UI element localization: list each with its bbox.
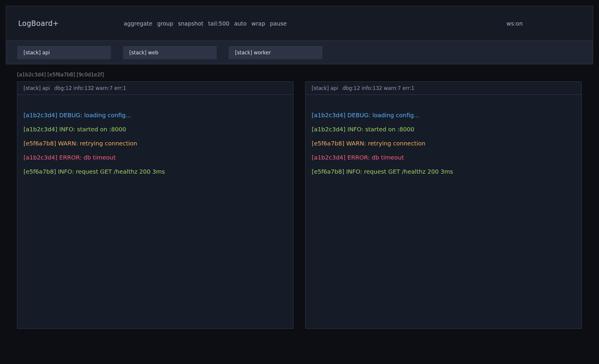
tab-stack-web[interactable]: [stack] web	[123, 46, 217, 59]
log-line: [a1b2c3d4] DEBUG: loading config...	[24, 108, 287, 122]
log-panel-2: [stack] api dbg:12 info:132 warn:7 err:1…	[305, 81, 582, 329]
ws-status-badge: ws:on	[506, 20, 523, 27]
toolbar-item-aggregate[interactable]: aggregate	[124, 20, 152, 27]
panel-stats: dbg:12 info:132 warn:7 err:1	[343, 85, 415, 91]
log-line: [e5f6a7b8] INFO: request GET /healthz 20…	[24, 165, 287, 179]
log-line: [a1b2c3d4] INFO: started on :8000	[312, 122, 575, 136]
header-bar: LogBoard+ aggregate group snapshot tail:…	[6, 6, 593, 41]
tab-label: [stack] worker	[235, 50, 271, 56]
toolbar: aggregate group snapshot tail:500 auto w…	[124, 20, 287, 27]
toolbar-item-snapshot[interactable]: snapshot	[178, 20, 204, 27]
log-panels: [stack] api dbg:12 info:132 warn:7 err:1…	[17, 81, 582, 329]
panel-header: [stack] api dbg:12 info:132 warn:7 err:1	[17, 82, 293, 95]
panel-stats: dbg:12 info:132 warn:7 err:1	[54, 85, 126, 91]
panel-title: [stack] api	[312, 85, 338, 91]
tab-stack-worker[interactable]: [stack] worker	[229, 46, 322, 59]
tab-label: [stack] api	[24, 50, 50, 56]
app-title: LogBoard+	[18, 19, 59, 28]
log-line: [a1b2c3d4] ERROR: db timeout	[312, 150, 575, 165]
toolbar-item-group[interactable]: group	[157, 20, 173, 27]
top-toolbar-panel: LogBoard+ aggregate group snapshot tail:…	[6, 6, 593, 64]
log-line: [e5f6a7b8] WARN: retrying connection	[312, 136, 575, 150]
log-panel-1: [stack] api dbg:12 info:132 warn:7 err:1…	[17, 81, 293, 329]
toolbar-item-tail[interactable]: tail:500	[208, 20, 229, 27]
log-line: [e5f6a7b8] INFO: request GET /healthz 20…	[312, 165, 575, 179]
tab-stack-api[interactable]: [stack] api	[17, 46, 111, 59]
panel-title: [stack] api	[24, 85, 50, 91]
log-line: [a1b2c3d4] ERROR: db timeout	[24, 150, 287, 165]
log-line: [a1b2c3d4] DEBUG: loading config...	[312, 108, 575, 122]
log-stream: [a1b2c3d4] DEBUG: loading config... [a1b…	[306, 95, 581, 179]
toolbar-item-pause[interactable]: pause	[270, 20, 287, 27]
trace-ids: [a1b2c3d4] [e5f6a7b8] [9c0d1e2f]	[17, 72, 104, 78]
log-line: [e5f6a7b8] WARN: retrying connection	[24, 136, 287, 150]
toolbar-item-wrap[interactable]: wrap	[251, 20, 265, 27]
log-line: [a1b2c3d4] INFO: started on :8000	[24, 122, 287, 136]
stack-tabs: [stack] api [stack] web [stack] worker	[6, 41, 593, 64]
panel-header: [stack] api dbg:12 info:132 warn:7 err:1	[306, 82, 581, 95]
tab-label: [stack] web	[129, 50, 158, 56]
toolbar-item-auto[interactable]: auto	[234, 20, 247, 27]
log-stream: [a1b2c3d4] DEBUG: loading config... [a1b…	[17, 95, 293, 179]
